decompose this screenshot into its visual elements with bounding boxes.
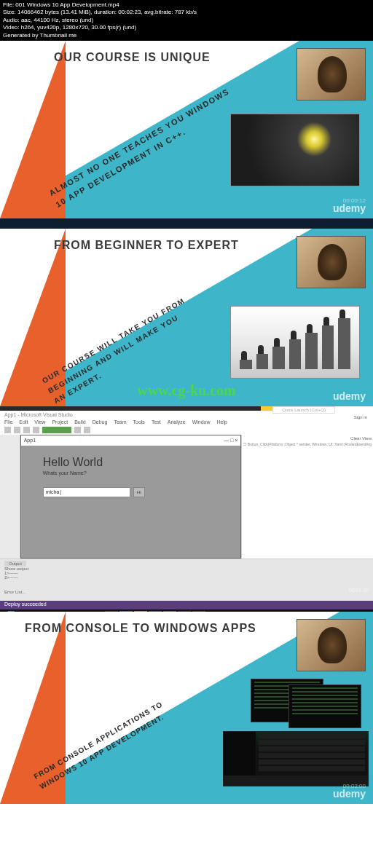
divider bbox=[0, 218, 373, 229]
udemy-logo: udemy bbox=[333, 390, 366, 402]
meta-audio: Audio: aac, 44100 Hz, stereo (und) bbox=[3, 17, 370, 24]
vs-toolbar[interactable] bbox=[0, 425, 373, 435]
editor-breadcrumb: ☐ Button_Click(Platform::Object ^ sender… bbox=[243, 442, 372, 446]
video-metadata: File: 001 Windows 10 App Development.mp4… bbox=[0, 0, 373, 41]
timestamp: 00:01:36 bbox=[349, 588, 369, 593]
window-buttons[interactable]: — □ × bbox=[224, 438, 237, 443]
slide-beginner: FROM BEGINNER TO EXPERT OUR COURSE WILL … bbox=[0, 229, 373, 406]
growth-chart-image bbox=[230, 306, 360, 379]
error-list-tab[interactable]: Error List... bbox=[4, 590, 369, 594]
watermark: www.cg-ku.com bbox=[137, 382, 236, 399]
app-main bbox=[256, 732, 368, 777]
vs-body: App1 — □ × Hello World Whats your Name? … bbox=[0, 435, 373, 559]
udemy-logo: udemy bbox=[333, 202, 366, 214]
udemy-logo: udemy bbox=[333, 788, 366, 800]
quick-launch[interactable]: Quick Launch (Ctrl+Q) bbox=[272, 406, 335, 414]
app-input-row: micha Hi bbox=[43, 487, 219, 497]
menu-test[interactable]: Test bbox=[152, 419, 161, 425]
app-preview-window: App1 — □ × Hello World Whats your Name? … bbox=[20, 435, 242, 559]
name-textbox[interactable]: micha bbox=[43, 487, 130, 497]
tool-icon[interactable] bbox=[84, 427, 90, 433]
menu-window[interactable]: Window bbox=[192, 419, 211, 425]
slide-title: OUR COURSE IS UNIQUE bbox=[54, 51, 211, 64]
menu-edit[interactable]: Edit bbox=[19, 419, 28, 425]
meta-video: Video: h264, yuv420p, 1280x720, 30.00 fp… bbox=[3, 24, 370, 31]
meta-file: File: 001 Windows 10 App Development.mp4 bbox=[3, 1, 370, 9]
hi-button[interactable]: Hi bbox=[133, 487, 145, 497]
app-subheading: Whats your Name? bbox=[43, 470, 219, 476]
app-heading: Hello World bbox=[43, 456, 219, 469]
tool-icon[interactable] bbox=[33, 427, 39, 433]
presenter-webcam bbox=[297, 619, 366, 671]
timestamp: 00:02:00 bbox=[343, 783, 366, 789]
lightbulb-image bbox=[230, 114, 360, 186]
bar-chart bbox=[240, 318, 350, 369]
menu-project[interactable]: Project bbox=[52, 419, 68, 425]
presenter-webcam bbox=[297, 236, 366, 288]
vs-sidebar[interactable] bbox=[0, 435, 20, 559]
tool-icon[interactable] bbox=[14, 427, 20, 433]
console-window bbox=[288, 684, 361, 728]
menu-file[interactable]: File bbox=[4, 419, 12, 425]
visual-studio-screenshot: Quick Launch (Ctrl+Q) Sign in App1 - Mic… bbox=[0, 406, 373, 612]
slide-title: FROM CONSOLE TO WINDOWS APPS bbox=[25, 622, 256, 635]
signin-link[interactable]: Sign in bbox=[354, 415, 367, 419]
timestamp: 00:00:12 bbox=[343, 197, 366, 204]
editor-tab[interactable]: Clear View bbox=[243, 436, 372, 441]
menu-debug[interactable]: Debug bbox=[93, 419, 108, 425]
menu-help[interactable]: Help bbox=[217, 419, 227, 425]
meta-gen: Generated by Thumbnail me bbox=[3, 32, 370, 39]
app-content: Hello World Whats your Name? micha Hi bbox=[21, 446, 241, 508]
app-titlebar: App1 — □ × bbox=[21, 435, 241, 446]
tool-icon[interactable] bbox=[23, 427, 30, 433]
slide-console: FROM CONSOLE TO WINDOWS APPS FROM CONSOL… bbox=[0, 612, 373, 804]
tool-icon[interactable] bbox=[4, 427, 11, 433]
vs-statusbar: Deploy succeeded bbox=[0, 601, 373, 609]
menu-analyze[interactable]: Analyze bbox=[168, 419, 186, 425]
vs-editor-pane[interactable]: Clear View ☐ Button_Click(Platform::Obje… bbox=[241, 435, 373, 559]
app-screenshots bbox=[223, 679, 369, 786]
slide-unique: OUR COURSE IS UNIQUE ALMOST NO ONE TEACH… bbox=[0, 41, 373, 218]
vs-output-panel[interactable]: Output Show output 1>------ 2>------ Err… bbox=[0, 559, 373, 601]
output-line: 2>------ bbox=[4, 575, 369, 580]
presenter-webcam bbox=[297, 48, 366, 100]
slide-title: FROM BEGINNER TO EXPERT bbox=[54, 239, 239, 252]
app-tab: App1 bbox=[24, 438, 36, 443]
output-tab[interactable]: Output bbox=[4, 561, 26, 567]
music-app-window bbox=[223, 731, 369, 786]
tool-icon[interactable] bbox=[42, 427, 71, 433]
menu-tools[interactable]: Tools bbox=[133, 419, 145, 425]
menu-view[interactable]: View bbox=[34, 419, 45, 425]
menu-build[interactable]: Build bbox=[74, 419, 86, 425]
tool-icon[interactable] bbox=[74, 427, 81, 433]
menu-team[interactable]: Team bbox=[114, 419, 126, 425]
meta-size: Size: 14066462 bytes (13.41 MiB), durati… bbox=[3, 9, 370, 16]
vs-menubar[interactable]: File Edit View Project Build Debug Team … bbox=[0, 419, 373, 425]
